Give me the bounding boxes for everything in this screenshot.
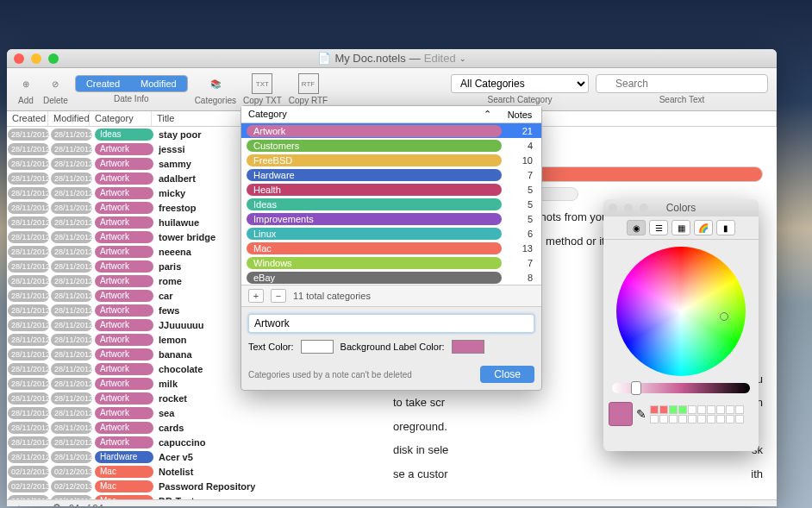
category-name-input[interactable] xyxy=(248,314,534,333)
col-modified[interactable]: Modified xyxy=(48,111,90,126)
modified-toggle[interactable]: Modified xyxy=(130,76,187,91)
close-icon[interactable] xyxy=(14,53,24,64)
copy-rtf-button[interactable]: RTFCopy RTF xyxy=(289,73,328,105)
mini-swatch[interactable] xyxy=(716,415,725,423)
row-title: adalbert xyxy=(155,173,196,184)
row-title: Notelist xyxy=(155,467,193,477)
created-date: 28/11/2012 xyxy=(8,158,49,170)
row-title: capuccino xyxy=(155,437,205,448)
category-row[interactable]: Windows7 xyxy=(241,255,541,270)
search-category-label: Search Category xyxy=(487,95,552,104)
sliders-tab-icon[interactable]: ☰ xyxy=(649,220,668,235)
mini-swatch[interactable] xyxy=(659,405,668,414)
row-title: chocolate xyxy=(155,364,203,374)
mini-swatch[interactable] xyxy=(650,415,659,423)
categories-tools: + − 11 total categories xyxy=(241,285,541,306)
mini-swatch[interactable] xyxy=(688,405,696,414)
bg-color-swatch[interactable] xyxy=(452,340,484,354)
mini-swatch[interactable] xyxy=(669,415,678,423)
mini-swatch[interactable] xyxy=(659,415,668,423)
crayons-tab-icon[interactable]: ▮ xyxy=(716,220,735,235)
category-row[interactable]: Improvements5 xyxy=(241,211,541,226)
titlebar[interactable]: 📄 My Doc.notels — Edited ⌄ xyxy=(7,49,777,68)
minimize-icon[interactable] xyxy=(31,53,41,64)
category-row[interactable]: Mac13 xyxy=(241,241,541,255)
category-filter-select[interactable]: All Categories xyxy=(451,74,589,93)
remove-row-button[interactable]: − xyxy=(31,503,45,507)
color-wheel[interactable] xyxy=(616,247,746,376)
mini-swatch[interactable] xyxy=(697,405,706,414)
copy-txt-button[interactable]: TXTCopy TXT xyxy=(243,73,282,105)
category-row[interactable]: FreeBSD10 xyxy=(241,153,541,167)
mini-swatch[interactable] xyxy=(707,415,715,423)
categories-button[interactable]: 📚Categories xyxy=(195,73,236,105)
category-editor: Text Color: Background Label Color: xyxy=(241,306,541,361)
mini-swatch[interactable] xyxy=(678,405,687,414)
palette-tab-icon[interactable]: ▦ xyxy=(671,220,690,235)
colors-titlebar[interactable]: Colors xyxy=(603,199,759,216)
category-row[interactable]: eBay8 xyxy=(241,270,541,285)
row-title: tower bridge xyxy=(155,232,215,242)
mini-swatch[interactable] xyxy=(716,405,725,414)
category-row[interactable]: Ideas5 xyxy=(241,197,541,211)
mini-swatch[interactable] xyxy=(707,405,715,414)
row-title: stay poor xyxy=(155,129,202,140)
category-count: 7 xyxy=(507,258,541,268)
category-row[interactable]: Customers4 xyxy=(241,138,541,153)
brightness-slider[interactable] xyxy=(612,383,750,393)
delete-button[interactable]: ⊘Delete xyxy=(43,73,68,105)
categories-list[interactable]: Artwork21Customers4FreeBSD10Hardware7Hea… xyxy=(241,123,541,285)
swatch-grid[interactable] xyxy=(650,405,744,423)
slider-knob[interactable] xyxy=(631,381,641,395)
eyedropper-icon[interactable]: ✎ xyxy=(636,407,646,421)
category-pill: Mac xyxy=(95,480,153,492)
mini-swatch[interactable] xyxy=(669,405,678,414)
category-pill: Artwork xyxy=(95,348,153,361)
row-title: banana xyxy=(155,349,192,360)
bg-color-label: Background Label Color: xyxy=(340,342,445,352)
chevron-down-icon[interactable]: ⌄ xyxy=(459,54,466,63)
gear-icon[interactable]: ⚙ xyxy=(50,502,64,506)
cat-col-notes[interactable]: Notes xyxy=(498,110,541,120)
category-row[interactable]: Health5 xyxy=(241,182,541,197)
text-color-swatch[interactable] xyxy=(301,340,334,354)
add-category-button[interactable]: + xyxy=(248,289,264,303)
wheel-tab-icon[interactable]: ◉ xyxy=(627,220,646,235)
add-button[interactable]: ⊕Add xyxy=(16,73,36,105)
created-date: 28/11/2012 xyxy=(8,290,49,302)
category-row[interactable]: Artwork21 xyxy=(241,123,541,138)
mini-swatch[interactable] xyxy=(726,415,734,423)
mini-swatch[interactable] xyxy=(735,415,744,423)
created-toggle[interactable]: Created xyxy=(76,76,130,91)
mini-swatch[interactable] xyxy=(735,405,744,414)
created-date: 28/11/2012 xyxy=(8,246,49,258)
created-date: 28/11/2012 xyxy=(8,143,49,155)
minimize-icon[interactable] xyxy=(624,204,633,212)
mini-swatch[interactable] xyxy=(650,405,659,414)
cat-col-name[interactable]: Category ⌃ xyxy=(241,109,498,120)
modified-date: 28/11/2012 xyxy=(51,407,92,419)
created-date: 28/11/2012 xyxy=(8,363,49,375)
maximize-icon[interactable] xyxy=(48,53,59,64)
table-row[interactable]: 02/12/201302/12/2013MacDB-Text xyxy=(7,493,777,499)
close-button[interactable]: Close xyxy=(480,366,534,383)
current-color-swatch[interactable] xyxy=(609,402,633,426)
maximize-icon[interactable] xyxy=(640,204,648,212)
row-title: milk xyxy=(155,379,178,389)
col-created[interactable]: Created xyxy=(7,111,48,126)
mini-swatch[interactable] xyxy=(688,415,696,423)
close-icon[interactable] xyxy=(609,204,617,212)
modified-date: 28/11/2012 xyxy=(51,246,92,258)
mini-swatch[interactable] xyxy=(697,415,706,423)
search-input[interactable] xyxy=(596,74,768,93)
category-row[interactable]: Hardware7 xyxy=(241,167,541,182)
mini-swatch[interactable] xyxy=(678,415,687,423)
wheel-cursor-icon[interactable] xyxy=(720,312,728,321)
created-date: 02/12/2013 xyxy=(8,495,49,500)
mini-swatch[interactable] xyxy=(726,405,734,414)
remove-category-button[interactable]: − xyxy=(271,289,286,303)
col-category[interactable]: Category xyxy=(90,111,152,126)
category-row[interactable]: Linux6 xyxy=(241,226,541,241)
add-row-button[interactable]: + xyxy=(12,503,26,507)
spectrum-tab-icon[interactable]: 🌈 xyxy=(694,220,713,235)
